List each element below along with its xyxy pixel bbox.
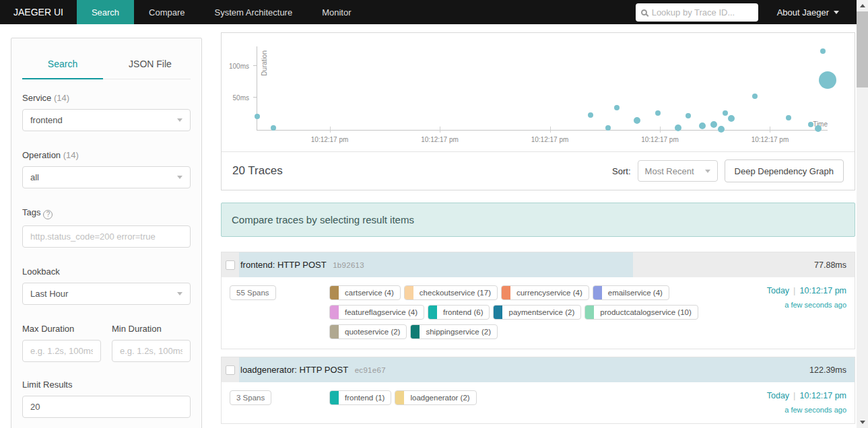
tab-search[interactable]: Search <box>22 50 103 79</box>
service-tag: loadgenerator (2) <box>395 390 476 405</box>
trace-scatter-point[interactable] <box>605 125 611 131</box>
service-tag: featureflagservice (4) <box>329 305 424 320</box>
service-color-swatch <box>585 306 594 319</box>
trace-scatter-point[interactable] <box>675 124 681 131</box>
trace-scatter-point[interactable] <box>655 110 661 116</box>
operation-select[interactable]: all <box>22 166 191 188</box>
operation-select-value: all <box>30 172 39 182</box>
trace-scatter-point[interactable] <box>686 113 691 118</box>
lookback-select[interactable]: Last Hour <box>22 283 191 305</box>
service-tag-label: paymentservice (2) <box>502 306 580 319</box>
trace-scatter-point[interactable] <box>718 126 725 133</box>
operation-label: Operation (14) <box>22 150 191 160</box>
trace-scatter-point[interactable] <box>699 122 706 129</box>
x-tick-label: 10:12:17 pm <box>752 136 789 143</box>
service-color-swatch <box>405 286 413 299</box>
trace-date-link[interactable]: Today <box>767 391 789 400</box>
trace-title: loadgenerator: HTTP POST ec91e67 <box>240 365 386 375</box>
trace-header[interactable]: loadgenerator: HTTP POST ec91e67 122.39m… <box>222 357 855 382</box>
about-jaeger-label: About Jaeger <box>777 7 829 17</box>
x-tick-mark <box>770 127 770 133</box>
trace-scatter-point[interactable] <box>819 71 836 89</box>
trace-scatter-point[interactable] <box>815 125 822 132</box>
sort-select[interactable]: Most Recent <box>638 160 718 182</box>
trace-time-link[interactable]: 10:12:17 pm <box>800 391 847 400</box>
max-duration-input[interactable] <box>30 346 93 356</box>
service-tag: quoteservice (2) <box>329 324 407 339</box>
trace-result-item: frontend: HTTP POST 1b92613 77.88ms 55 S… <box>221 252 855 349</box>
trace-scatter-point[interactable] <box>710 121 717 128</box>
limit-results-label: Limit Results <box>22 380 191 390</box>
scroll-down-icon[interactable] <box>860 421 865 424</box>
deep-dependency-graph-button[interactable]: Deep Dependency Graph <box>725 159 844 182</box>
trace-scatter-point[interactable] <box>786 115 791 120</box>
trace-timestamp: Today|10:12:17 pm a few seconds ago <box>732 390 846 414</box>
trace-scatter-point[interactable] <box>728 115 735 122</box>
trace-scatter-point[interactable] <box>255 114 260 119</box>
service-tag-label: shippingservice (2) <box>420 325 497 338</box>
about-jaeger-menu[interactable]: About Jaeger <box>777 7 857 17</box>
trace-id: ec91e67 <box>352 366 386 374</box>
trace-date-link[interactable]: Today <box>767 286 789 295</box>
service-tag-label: featureflagservice (4) <box>339 306 424 319</box>
service-select[interactable]: frontend <box>22 109 191 131</box>
service-tag-list: cartservice (4) checkoutservice (17) cur… <box>329 285 732 339</box>
service-tag: currencyservice (4) <box>501 285 589 300</box>
x-tick-label: 10:12:17 pm <box>641 136 679 143</box>
tags-input[interactable] <box>30 231 182 242</box>
trace-scatter-point[interactable] <box>820 48 826 54</box>
scatter-plot-area: Duration Time 50ms100ms10:12:17 pm10:12:… <box>257 46 828 131</box>
min-duration-input[interactable] <box>120 346 182 356</box>
service-tag-label: checkoutservice (17) <box>413 286 497 299</box>
trace-scatter-point[interactable] <box>752 94 758 99</box>
service-tag: emailservice (4) <box>593 285 669 300</box>
trace-title: frontend: HTTP POST 1b92613 <box>240 260 364 270</box>
nav-item-compare[interactable]: Compare <box>134 0 199 24</box>
trace-checkbox[interactable] <box>226 365 235 375</box>
trace-timestamp: Today|10:12:17 pm a few seconds ago <box>732 285 846 339</box>
search-icon <box>641 9 647 15</box>
service-tag: frontend (1) <box>329 390 391 405</box>
sort-label: Sort: <box>612 166 630 176</box>
x-tick-mark <box>330 127 331 133</box>
scrollbar-thumb[interactable] <box>857 11 868 87</box>
min-duration-label: Min Duration <box>112 324 191 334</box>
x-tick-mark <box>440 127 440 133</box>
service-color-swatch <box>330 306 339 319</box>
trace-checkbox[interactable] <box>226 260 235 270</box>
trace-header[interactable]: frontend: HTTP POST 1b92613 77.88ms <box>222 252 855 277</box>
limit-results-input[interactable] <box>30 402 182 412</box>
vertical-scrollbar[interactable] <box>857 0 868 428</box>
nav-item-system-architecture[interactable]: System Architecture <box>200 0 308 24</box>
trace-id-search-box[interactable] <box>636 3 758 22</box>
search-sidebar: Search JSON File Service (14) frontend O… <box>11 38 202 428</box>
results-summary-card: Duration Time 50ms100ms10:12:17 pm10:12:… <box>221 32 855 190</box>
trace-scatter-point[interactable] <box>723 110 728 116</box>
tags-label: Tags? <box>22 207 191 219</box>
nav-item-search[interactable]: Search <box>77 0 134 24</box>
trace-id: 1b92613 <box>331 261 364 269</box>
service-tag: checkoutservice (17) <box>404 285 498 300</box>
trace-scatter-point[interactable] <box>614 105 620 110</box>
chevron-down-icon <box>705 170 710 173</box>
service-tag-label: loadgenerator (2) <box>404 391 475 404</box>
trace-scatter-point[interactable] <box>634 117 640 124</box>
x-tick-label: 10:12:17 pm <box>421 136 459 143</box>
trace-body: 55 Spans cartservice (4) checkoutservice… <box>222 277 855 349</box>
trace-id-search-input[interactable] <box>652 7 746 17</box>
x-tick-label: 10:12:17 pm <box>311 136 349 143</box>
service-tag-list: frontend (1) loadgenerator (2) <box>329 390 732 414</box>
y-tick-mark <box>253 97 257 98</box>
trace-scatter-point[interactable] <box>588 112 593 118</box>
trace-list: frontend: HTTP POST 1b92613 77.88ms 55 S… <box>221 252 855 428</box>
help-icon[interactable]: ? <box>43 210 53 219</box>
service-tag: cartservice (4) <box>329 285 401 300</box>
trace-time-link[interactable]: 10:12:17 pm <box>800 286 847 295</box>
tab-json-file[interactable]: JSON File <box>110 50 191 79</box>
nav-item-monitor[interactable]: Monitor <box>307 0 366 24</box>
search-results-panel: Duration Time 50ms100ms10:12:17 pm10:12:… <box>221 32 855 428</box>
service-tag: shippingservice (2) <box>410 324 498 339</box>
scroll-up-icon[interactable] <box>860 4 865 7</box>
trace-scatter-point[interactable] <box>271 125 276 131</box>
service-tag: frontend (6) <box>428 305 490 320</box>
